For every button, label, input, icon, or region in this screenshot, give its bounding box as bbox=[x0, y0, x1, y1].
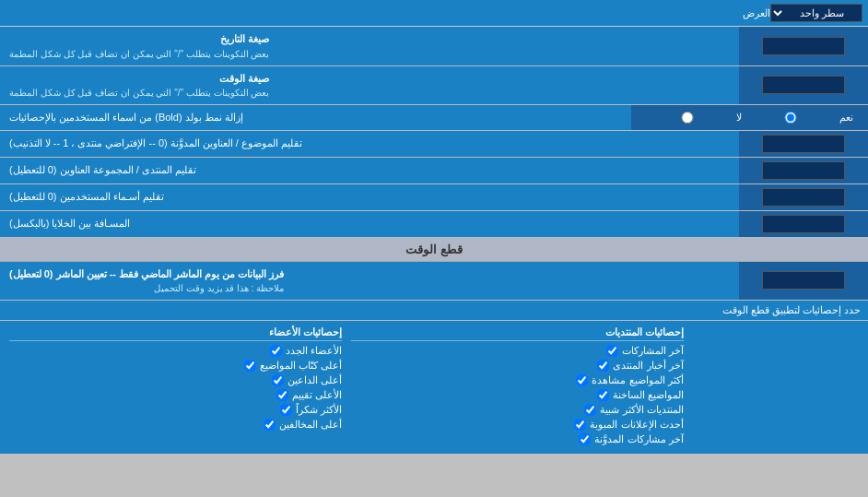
cb-last-posts-label: آخر المشاركات bbox=[622, 345, 684, 357]
stats-members-header: إحصائيات الأعضاء bbox=[9, 326, 342, 341]
stats-posts-header: إحصائيات المنتديات bbox=[351, 326, 684, 341]
cuttime-label: فرز البيانات من يوم الماشر الماضي فقط --… bbox=[0, 262, 739, 301]
cb-most-thanks-label: الأكثر شكراً bbox=[296, 404, 342, 416]
cb-top-rated-check[interactable] bbox=[276, 389, 288, 401]
bold-radio-cell: نعم لا bbox=[631, 105, 868, 130]
cb-hot-topics-check[interactable] bbox=[597, 389, 609, 401]
bold-no-radio[interactable] bbox=[646, 112, 729, 124]
bold-yes-label: نعم bbox=[839, 112, 853, 124]
checkbox-col-members: إحصائيات الأعضاء الأعضاء الجدد أعلى كتّا… bbox=[9, 326, 342, 448]
cut-time-section-header: قطع الوقت bbox=[0, 238, 868, 262]
topics-label: تقليم الموضوع / العناوين المدوَّنة (0 --… bbox=[0, 131, 739, 157]
cb-top-posters: أعلى كتّاب المواضيع bbox=[9, 360, 342, 372]
cb-top-inviters-label: أعلى الداعين bbox=[287, 374, 342, 386]
username-input-cell: 0 bbox=[739, 184, 868, 210]
date-format-input-cell: d-m bbox=[739, 27, 868, 65]
time-format-input-cell: H:i bbox=[739, 66, 868, 105]
cb-announcements: أحدث الإعلانات المبوبة bbox=[351, 419, 684, 431]
cb-hot-topics: المواضيع الساخنة bbox=[351, 389, 684, 401]
spacing-label: المسـافة بين الخلايا (بالبكسل) bbox=[0, 211, 739, 237]
cuttime-input[interactable]: 0 bbox=[762, 271, 845, 290]
bold-yes-radio[interactable] bbox=[749, 112, 832, 124]
cb-announcements-check[interactable] bbox=[574, 419, 586, 431]
checkbox-col-posts: إحصائيات المنتديات آخر المشاركات آخر أخب… bbox=[351, 326, 684, 448]
cb-new-members-label: الأعضاء الجدد bbox=[286, 345, 342, 357]
cb-top-rated-label: الأعلى تقييم bbox=[292, 389, 342, 401]
cb-last-posts-check[interactable] bbox=[606, 345, 618, 357]
spacing-input[interactable]: 2 bbox=[762, 215, 845, 233]
topics-input[interactable]: 33 bbox=[762, 135, 845, 153]
cb-most-viewed: أكثر المواضيع مشاهدة bbox=[351, 374, 684, 386]
cb-new-members: الأعضاء الجدد bbox=[9, 345, 342, 357]
forum-group-label: تقليم المنتدى / المجموعة العناوين (0 للت… bbox=[0, 158, 739, 183]
cb-top-violations-check[interactable] bbox=[264, 419, 276, 431]
cb-last-news: آخر أخبار المنتدى bbox=[351, 360, 684, 372]
cb-announcements-label: أحدث الإعلانات المبوبة bbox=[590, 419, 683, 431]
cb-top-violations-label: أعلى المخالفين bbox=[279, 419, 342, 431]
cb-last-news-check[interactable] bbox=[597, 360, 609, 372]
date-format-input[interactable]: d-m bbox=[762, 37, 845, 55]
cb-top-posters-label: أعلى كتّاب المواضيع bbox=[260, 360, 342, 372]
cb-most-like: المنتديات الأكثر شبية bbox=[351, 404, 684, 416]
topics-input-cell: 33 bbox=[739, 131, 868, 157]
cb-blog-posts: آخر مشاركات المدوَّنة bbox=[351, 433, 684, 445]
cb-hot-topics-label: المواضيع الساخنة bbox=[613, 389, 684, 401]
cb-most-viewed-label: أكثر المواضيع مشاهدة bbox=[592, 374, 683, 386]
bold-label: إزالة نمط بولد (Bold) من اسماء المستخدمي… bbox=[0, 105, 631, 130]
cb-most-thanks-check[interactable] bbox=[280, 404, 292, 416]
time-format-input[interactable]: H:i bbox=[762, 76, 845, 94]
spacing-input-cell: 2 bbox=[739, 211, 868, 237]
cb-blog-posts-check[interactable] bbox=[579, 433, 591, 445]
cuttime-input-cell: 0 bbox=[739, 262, 868, 301]
cb-new-members-check[interactable] bbox=[270, 345, 282, 357]
display-label: العرض bbox=[6, 7, 770, 19]
cb-most-viewed-check[interactable] bbox=[576, 374, 588, 386]
cb-top-violations: أعلى المخالفين bbox=[9, 419, 342, 431]
cb-top-rated: الأعلى تقييم bbox=[9, 389, 342, 401]
cb-top-inviters: أعلى الداعين bbox=[9, 374, 342, 386]
cb-last-posts: آخر المشاركات bbox=[351, 345, 684, 357]
forum-group-input-cell: 33 bbox=[739, 158, 868, 183]
cb-most-like-label: المنتديات الأكثر شبية bbox=[600, 404, 683, 416]
cb-top-inviters-check[interactable] bbox=[272, 374, 284, 386]
username-label: تقليم أسـماء المستخدمين (0 للتعطيل) bbox=[0, 184, 739, 210]
forum-group-input[interactable]: 33 bbox=[762, 161, 845, 180]
limit-row: حدد إحصائيات لتطبيق قطع الوقت bbox=[0, 301, 868, 321]
username-input[interactable]: 0 bbox=[762, 188, 845, 207]
date-format-label: صيغة التاريخ بعض التكوينات يتطلب "/" الت… bbox=[0, 27, 739, 65]
checkbox-col-right bbox=[693, 326, 859, 448]
time-format-label: صيغة الوقت بعض التكوينات يتطلب "/" التي … bbox=[0, 66, 739, 105]
cb-blog-posts-label: آخر مشاركات المدوَّنة bbox=[594, 433, 683, 445]
cb-top-posters-check[interactable] bbox=[244, 360, 256, 372]
checkboxes-area: إحصائيات المنتديات آخر المشاركات آخر أخب… bbox=[0, 321, 868, 454]
display-select[interactable]: سطر واحدسطرينثلاثة أسطر bbox=[770, 4, 862, 22]
bold-no-label: لا bbox=[736, 112, 742, 124]
cb-last-news-label: آخر أخبار المنتدى bbox=[613, 360, 683, 372]
limit-label: حدد إحصائيات لتطبيق قطع الوقت bbox=[722, 304, 861, 315]
cb-most-like-check[interactable] bbox=[584, 404, 596, 416]
cb-most-thanks: الأكثر شكراً bbox=[9, 404, 342, 416]
